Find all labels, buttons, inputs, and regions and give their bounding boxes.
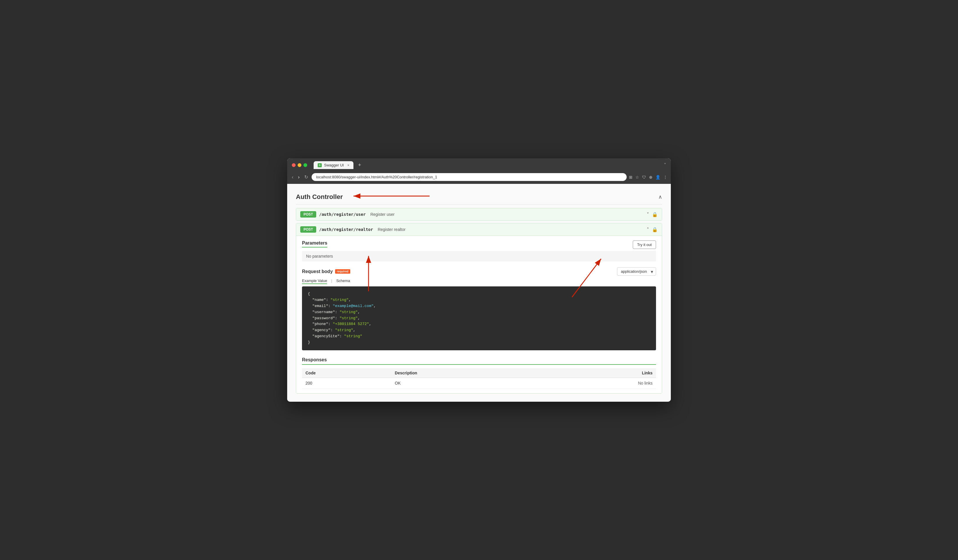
content-type-select[interactable]: application/json xyxy=(617,267,656,276)
fullscreen-button[interactable] xyxy=(303,163,307,167)
request-body-text: Request body xyxy=(302,269,333,274)
responses-title: Responses xyxy=(302,357,656,365)
forward-button[interactable]: › xyxy=(297,173,301,181)
response-links: No links xyxy=(544,378,656,388)
tab-favicon: S xyxy=(318,163,322,167)
responses-table: Code Description Links 200 OK No links xyxy=(302,368,656,389)
col-code: Code xyxy=(302,368,391,378)
collapse-chevron-user[interactable]: ˅ xyxy=(647,212,649,217)
auth-controller-title: Auth Controller xyxy=(296,193,343,201)
tab-title: Swagger UI xyxy=(324,163,344,167)
lock-icon-user: 🔒 xyxy=(652,212,658,217)
endpoint-header-realtor[interactable]: POST /auth/register/realtor Register rea… xyxy=(296,223,662,236)
code-block: { "name": "string", "email": "example@ma… xyxy=(302,286,656,350)
refresh-button[interactable]: ↻ xyxy=(303,173,309,181)
responses-section: Responses Code Description Links 200 xyxy=(302,357,656,389)
endpoint-body-realtor: Parameters Try it out No parameters Requ… xyxy=(296,236,662,393)
minimize-button[interactable] xyxy=(298,163,301,167)
response-code: 200 xyxy=(302,378,391,388)
table-row: 200 OK No links xyxy=(302,378,656,388)
endpoint-path-realtor: /auth/register/realtor xyxy=(319,227,373,232)
schema-tab[interactable]: Schema xyxy=(336,278,350,284)
browser-collapse[interactable]: ˅ xyxy=(664,162,666,168)
endpoint-row-user: POST /auth/register/user Register user ˅… xyxy=(296,208,662,221)
request-body-header: Request body required application/json xyxy=(302,267,656,276)
example-value-tab[interactable]: Example Value xyxy=(302,278,327,284)
no-params-text: No parameters xyxy=(302,251,656,261)
try-it-out-button[interactable]: Try it out xyxy=(633,240,656,249)
request-body-label: Request body required xyxy=(302,269,350,274)
extensions-icon[interactable]: ⊕ xyxy=(649,175,652,179)
profile-icon[interactable]: 👤 xyxy=(655,175,660,179)
endpoint-header-user[interactable]: POST /auth/register/user Register user ˅… xyxy=(296,208,662,220)
close-button[interactable] xyxy=(292,163,296,167)
toolbar-icons: ⊞ ☆ 🛡 ⊕ 👤 ⋮ xyxy=(629,175,667,179)
url-text: localhost:8080/swagger-ui/index.html#/Au… xyxy=(316,175,437,179)
col-description: Description xyxy=(391,368,544,378)
endpoint-actions-user: ˅ 🔒 xyxy=(647,212,658,217)
bookmark-icon[interactable]: ☆ xyxy=(635,175,639,179)
endpoint-desc-user: Register user xyxy=(370,212,395,217)
response-description: OK xyxy=(391,378,544,388)
endpoint-path-user: /auth/register/user xyxy=(319,212,366,217)
collapse-chevron-realtor[interactable]: ˄ xyxy=(647,227,649,233)
method-badge-post-user: POST xyxy=(300,211,316,218)
browser-window: S Swagger UI × + ˅ ‹ › ↻ localhost:8080/… xyxy=(287,158,671,402)
controller-collapse-icon[interactable]: ∧ xyxy=(658,194,662,200)
translate-icon[interactable]: ⊞ xyxy=(629,175,633,179)
required-badge: required xyxy=(335,269,350,274)
example-tabs: Example Value | Schema xyxy=(302,278,656,284)
traffic-lights xyxy=(292,163,307,167)
endpoint-row-realtor: POST /auth/register/realtor Register rea… xyxy=(296,223,662,393)
content-type-wrapper: application/json xyxy=(617,267,656,276)
page-content: Auth Controller ∧ POST /auth/register/us… xyxy=(287,184,671,402)
url-bar[interactable]: localhost:8080/swagger-ui/index.html#/Au… xyxy=(312,173,627,181)
back-button[interactable]: ‹ xyxy=(291,173,295,181)
endpoint-desc-realtor: Register realtor xyxy=(377,227,406,232)
shield-icon[interactable]: 🛡 xyxy=(642,175,646,179)
lock-icon-realtor: 🔒 xyxy=(652,227,658,233)
browser-titlebar: S Swagger UI × + ˅ xyxy=(287,158,671,171)
auth-controller-header: Auth Controller ∧ xyxy=(296,190,662,204)
request-body-section: Request body required application/json E… xyxy=(302,267,656,350)
browser-toolbar: ‹ › ↻ localhost:8080/swagger-ui/index.ht… xyxy=(287,171,671,184)
params-section: Parameters Try it out No parameters xyxy=(302,240,656,261)
col-links: Links xyxy=(544,368,656,378)
tab-close-icon[interactable]: × xyxy=(347,163,349,167)
parameters-title: Parameters xyxy=(302,240,327,247)
browser-tab[interactable]: S Swagger UI × xyxy=(314,161,354,169)
menu-icon[interactable]: ⋮ xyxy=(663,175,667,179)
method-badge-post-realtor: POST xyxy=(300,226,316,233)
new-tab-button[interactable]: + xyxy=(358,162,361,168)
endpoint-actions-realtor: ˄ 🔒 xyxy=(647,227,658,233)
